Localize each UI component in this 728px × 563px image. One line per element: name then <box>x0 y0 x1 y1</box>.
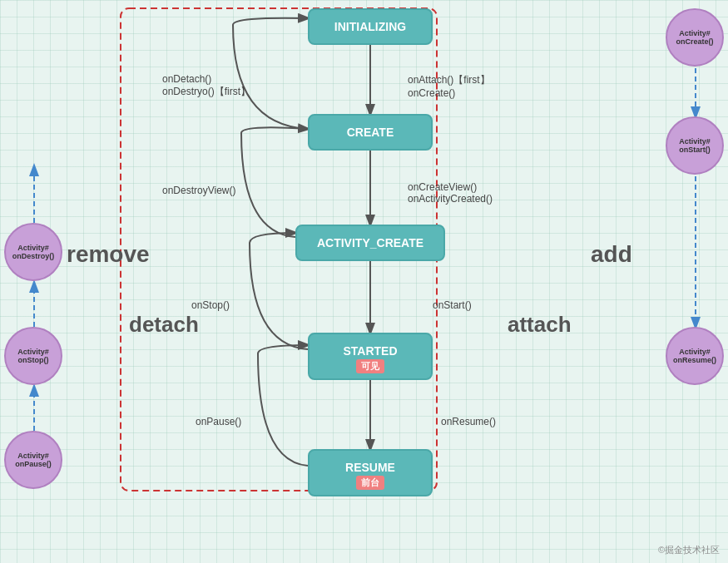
circle-on-destroy: Activity# onDestroy() <box>4 223 62 281</box>
label-on-destroy-view: onDestroyView() <box>162 185 235 196</box>
circle-on-pause: Activity# onPause() <box>4 431 62 489</box>
state-started: STARTED 可见 <box>308 333 433 380</box>
label-on-resume: onResume() <box>441 416 496 427</box>
watermark: ©掘金技术社区 <box>658 544 720 556</box>
circle-on-start: Activity# onStart() <box>666 116 724 175</box>
label-add: add <box>591 241 632 268</box>
resume-badge: 前台 <box>356 476 384 490</box>
state-resume: RESUME 前台 <box>308 449 433 496</box>
label-on-detach: onDetach() onDestryo()【first】 <box>162 73 250 99</box>
label-on-stop: onStop() <box>191 299 230 311</box>
label-attach: attach <box>508 312 572 338</box>
label-detach: detach <box>129 312 199 338</box>
label-remove: remove <box>67 241 150 268</box>
circle-on-stop: Activity# onStop() <box>4 327 62 385</box>
state-activity-create: ACTIVITY_CREATE <box>295 225 445 261</box>
circle-on-create: Activity# onCreate() <box>666 8 724 67</box>
state-initializing: INITIALIZING <box>308 8 433 45</box>
label-on-create-view: onCreateView() onActivityCreated() <box>408 181 493 205</box>
circle-on-resume: Activity# onResume() <box>666 327 724 385</box>
label-on-attach: onAttach()【first】 onCreate() <box>408 73 490 99</box>
started-badge: 可见 <box>356 359 384 373</box>
state-create: CREATE <box>308 114 433 151</box>
label-on-start: onStart() <box>433 299 472 311</box>
label-on-pause: onPause() <box>196 416 241 427</box>
